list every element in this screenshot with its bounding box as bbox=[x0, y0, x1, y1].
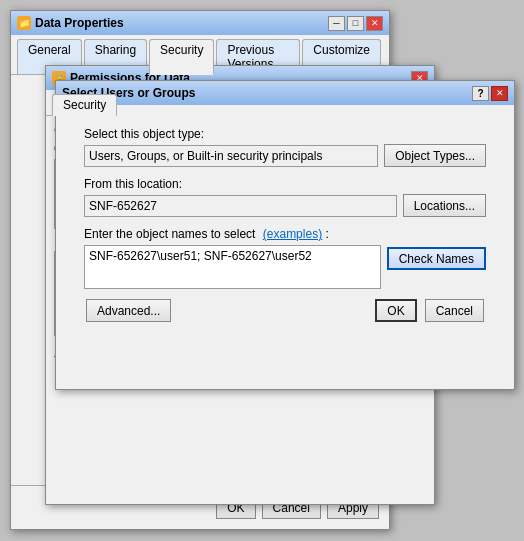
object-type-label: Select this object type: bbox=[84, 127, 486, 141]
locations-button[interactable]: Locations... bbox=[403, 194, 486, 217]
dialog-buttons-right: OK Cancel bbox=[375, 299, 484, 322]
names-input[interactable] bbox=[84, 245, 381, 289]
title-bar-text: 📁 Data Properties bbox=[17, 16, 124, 30]
select-users-title-bar: Select Users or Groups ? ✕ bbox=[56, 81, 514, 105]
data-properties-title-bar: 📁 Data Properties ─ □ ✕ bbox=[11, 11, 389, 35]
object-types-button[interactable]: Object Types... bbox=[384, 144, 486, 167]
location-value: SNF-652627 bbox=[84, 195, 397, 217]
names-label: Enter the object names to select bbox=[84, 227, 255, 241]
object-type-row: Users, Groups, or Built-in security prin… bbox=[84, 144, 486, 167]
advanced-button[interactable]: Advanced... bbox=[86, 299, 171, 322]
object-type-value: Users, Groups, or Built-in security prin… bbox=[84, 145, 378, 167]
permissions-tab-security[interactable]: Security bbox=[52, 94, 117, 116]
maximize-button[interactable]: □ bbox=[347, 16, 364, 31]
select-users-content: Select this object type: Users, Groups, … bbox=[56, 105, 514, 344]
select-users-controls: ? ✕ bbox=[472, 86, 508, 101]
select-users-buttons: Advanced... OK Cancel bbox=[84, 299, 486, 322]
location-label: From this location: bbox=[84, 177, 486, 191]
select-users-cancel-button[interactable]: Cancel bbox=[425, 299, 484, 322]
minimize-button[interactable]: ─ bbox=[328, 16, 345, 31]
window-title: Data Properties bbox=[35, 16, 124, 30]
names-colon: : bbox=[325, 227, 328, 241]
help-button[interactable]: ? bbox=[472, 86, 489, 101]
window-icon: 📁 bbox=[17, 16, 31, 30]
select-users-body: Select this object type: Users, Groups, … bbox=[70, 117, 500, 332]
select-users-ok-button[interactable]: OK bbox=[375, 299, 416, 322]
location-row: SNF-652627 Locations... bbox=[84, 194, 486, 217]
names-label-row: Enter the object names to select (exampl… bbox=[84, 227, 486, 241]
names-input-row: Check Names bbox=[84, 245, 486, 289]
title-controls: ─ □ ✕ bbox=[328, 16, 383, 31]
close-button[interactable]: ✕ bbox=[366, 16, 383, 31]
check-names-button[interactable]: Check Names bbox=[387, 247, 486, 270]
tab-security[interactable]: Security bbox=[149, 39, 214, 75]
names-example-link[interactable]: (examples) bbox=[263, 227, 322, 241]
select-users-dialog: Select Users or Groups ? ✕ Select this o… bbox=[55, 80, 515, 390]
select-users-close[interactable]: ✕ bbox=[491, 86, 508, 101]
